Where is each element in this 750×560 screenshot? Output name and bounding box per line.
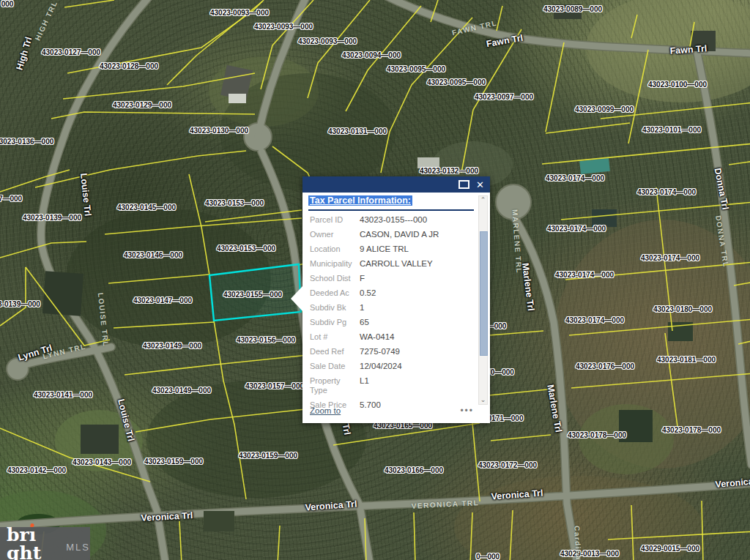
parcel-id-label: 43023-0101—000 — [642, 126, 701, 134]
field-value: 12/04/2024 — [360, 362, 402, 371]
field-value: 43023-0155---000 — [360, 215, 427, 225]
field-row: Sale Date12/04/2024 — [310, 362, 474, 371]
field-label: Municipality — [310, 259, 360, 269]
close-icon[interactable]: ✕ — [476, 180, 484, 190]
field-value: WA-0414 — [360, 332, 395, 342]
parcel-id-label: 43023-0094—000 — [342, 51, 401, 59]
parcel-id-label: 43023-0181—000 — [657, 356, 716, 364]
field-row: Deed Ref7275-0749 — [310, 347, 474, 356]
parcel-id-label: 43023-0147—000 — [133, 296, 192, 305]
parcel-id-label: 43023-0157—000 — [245, 382, 304, 390]
parcel-id-label: 43023-0180—000 — [653, 305, 712, 313]
parcel-id-label: 43023-0149—000 — [152, 387, 211, 395]
popup-pointer-arrow — [291, 286, 302, 311]
parcel-id-label: 43023-0174—000 — [641, 254, 699, 262]
parcel-fields: Parcel ID43023-0155---000OwnerCASON, DAV… — [310, 215, 474, 415]
parcel-id-label: 43023-0099—000 — [575, 105, 634, 113]
parcel-id-label: 43023-0178—000 — [568, 431, 626, 439]
building-roof — [42, 271, 83, 316]
parcel-id-label: 7—000 — [0, 195, 22, 203]
field-label: Parcel ID — [310, 215, 360, 225]
parcel-id-label: 43023-0174—000 — [546, 174, 604, 182]
popup-title: Tax Parcel Information: — [308, 195, 412, 206]
field-row: MunicipalityCARROLL VALLEY — [310, 259, 474, 269]
parcel-id-label: 43023-0156—000 — [237, 336, 295, 344]
parcel-id-label: 43023-0159—000 — [144, 458, 203, 466]
parcel-id-label: 43023-0176—000 — [576, 362, 634, 370]
scroll-down-icon[interactable]: ⌄ — [479, 396, 487, 404]
field-row: School DistF — [310, 274, 474, 283]
parcel-id-label: 43023-0141—000 — [34, 391, 92, 399]
parcel-id-label: 43023-0166—000 — [385, 466, 443, 474]
field-row: Lot #WA-0414 — [310, 332, 474, 342]
parcel-id-label: 43023-0131—000 — [328, 127, 387, 135]
parcel-id-label: 43023-0100—000 — [648, 81, 707, 89]
parcel-id-label: 43023-0128—000 — [100, 62, 158, 70]
parcel-id-label: 43023-0174—000 — [565, 316, 624, 324]
field-label: Deed Ref — [310, 347, 360, 356]
zoom-to-link[interactable]: Zoom to — [310, 406, 341, 415]
field-label: Property Type — [310, 376, 360, 395]
parcel-id-label: 43023-0093—000 — [254, 23, 313, 31]
field-value: 0.52 — [360, 288, 376, 298]
parcel-id-label: 000 — [1, 0, 14, 8]
field-label: Subdiv Bk — [310, 303, 360, 313]
parcel-id-label: 43023-0174—000 — [555, 271, 614, 279]
field-row: Subdiv Bk1 — [310, 303, 474, 313]
more-options-button[interactable]: ••• — [460, 406, 474, 415]
popup-scrollbar[interactable]: ⌃ ⌄ — [478, 195, 488, 405]
parcel-id-label: 3023-0136—000 — [0, 138, 53, 146]
parcel-id-label: 43023-0149—000 — [143, 342, 201, 350]
parcel-id-label: 43023-0159—000 — [239, 452, 297, 460]
field-row: OwnerCASON, DAVID A JR — [310, 230, 474, 239]
field-value: CASON, DAVID A JR — [360, 230, 439, 239]
parcel-id-label: 43023-0095—000 — [427, 78, 486, 86]
parcel-id-label: 43023-0178—000 — [662, 426, 721, 434]
parcel-id-label: 43029-0015—000 — [641, 545, 699, 553]
parcel-id-label: 43023-0132—000 — [420, 167, 478, 175]
parcel-id-label: 0—000 — [476, 553, 500, 560]
scrollbar-thumb[interactable] — [480, 231, 488, 356]
field-row: Location9 ALICE TRL — [310, 244, 474, 254]
flame-icon — [31, 523, 34, 527]
field-value: 9 ALICE TRL — [360, 244, 409, 254]
field-row: Deeded Ac0.52 — [310, 288, 474, 298]
map-canvas[interactable]: 00043023-0089—00043023-0093—00043023-009… — [0, 0, 750, 560]
selected-parcel-label: 43023-0155—000 — [223, 291, 282, 299]
field-value: CARROLL VALLEY — [360, 259, 433, 269]
parcel-id-label: 43023-0153—000 — [217, 244, 275, 253]
parcel-id-label: 43023-0095—000 — [387, 65, 445, 73]
field-value: 65 — [360, 318, 369, 327]
field-label: Lot # — [310, 332, 360, 342]
parcel-id-label: 43023-0172—000 — [478, 461, 537, 469]
parcel-id-label: 70—000 — [486, 368, 514, 376]
field-value: 7275-0749 — [360, 347, 400, 356]
popup-titlebar: ✕ — [302, 176, 490, 193]
field-label: Owner — [310, 230, 360, 239]
field-row: Subdiv Pg65 — [310, 318, 474, 327]
maximize-icon[interactable] — [458, 180, 469, 189]
parcel-id-label: 43023-0143—000 — [73, 458, 131, 466]
parcel-id-label: 43023-0174—000 — [637, 188, 696, 196]
field-label: School Dist — [310, 274, 360, 283]
scroll-up-icon[interactable]: ⌃ — [479, 196, 487, 204]
field-row: Parcel ID43023-0155---000 — [310, 215, 474, 225]
title-divider — [308, 209, 474, 211]
parcel-id-label: 0171—000 — [488, 414, 524, 422]
parcel-id-label: 43023-0130—000 — [190, 127, 248, 135]
field-label: Deeded Ac — [310, 288, 360, 298]
parcel-id-label: 43029-0013—000 — [560, 550, 619, 558]
field-label: Subdiv Pg — [310, 318, 360, 327]
field-label: Sale Date — [310, 362, 360, 371]
swimming-pool — [579, 158, 610, 174]
mls-logo-text: MLS — [66, 542, 90, 553]
parcel-id-label: 43023-0139—000 — [23, 214, 81, 222]
bright-logo: brıght — [7, 526, 62, 560]
parcel-id-label: 43023-0142—000 — [7, 466, 66, 474]
parcel-id-label: 43023-0146—000 — [124, 251, 182, 259]
popup-footer: Zoom to ••• — [310, 406, 474, 415]
brightmls-watermark: brıght MLS — [0, 527, 90, 560]
parcel-id-label: 43023-0129—000 — [113, 101, 171, 109]
parcel-id-label: 43023-0153—000 — [205, 199, 264, 207]
t ax-parcel-popup: ✕ Tax Parcel Information: Parcel ID43023… — [302, 176, 490, 423]
